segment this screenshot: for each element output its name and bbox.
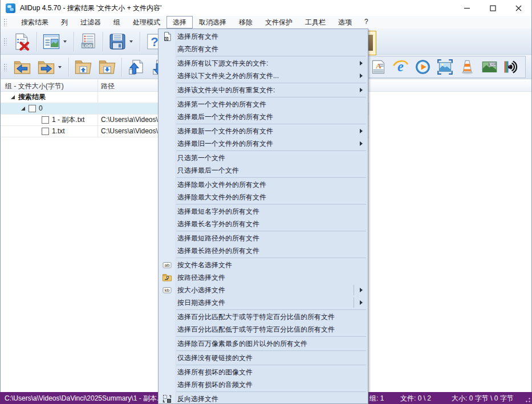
menu-separator bbox=[176, 83, 366, 83]
preview-mode-icon bbox=[42, 32, 60, 51]
menu-item-label: 选择第一个文件外的所有文件 bbox=[177, 100, 266, 109]
menubar-item-11[interactable]: ? bbox=[358, 16, 375, 28]
row-checkbox[interactable] bbox=[29, 105, 36, 112]
log-button[interactable]: LOG bbox=[78, 31, 99, 52]
tree-expander-icon[interactable] bbox=[11, 95, 15, 99]
menu-item[interactable]: 按日期选择文件 bbox=[159, 296, 368, 309]
preview-mode-button[interactable] bbox=[41, 31, 70, 52]
menu-item[interactable]: 选择最短名字外的所有文件 bbox=[159, 205, 368, 218]
media-player-button[interactable] bbox=[413, 58, 432, 76]
redo-folder-button[interactable] bbox=[36, 57, 64, 77]
menu-item[interactable]: 仅选择没有硬链接的文件 bbox=[159, 352, 368, 364]
row-checkbox[interactable] bbox=[42, 116, 49, 124]
menu-item-label: 选择最长名字外的所有文件 bbox=[177, 219, 259, 229]
column-header-path[interactable]: 路径 bbox=[101, 81, 115, 91]
close-button[interactable] bbox=[506, 0, 531, 16]
menu-item[interactable]: 选择所有文件 bbox=[159, 30, 368, 43]
menubar-grip[interactable] bbox=[3, 18, 7, 26]
svg-text:LOG: LOG bbox=[82, 43, 92, 48]
column-divider[interactable] bbox=[98, 79, 98, 92]
menu-item-label: 按日期选择文件 bbox=[177, 298, 225, 308]
menubar-item-7[interactable]: 移除 bbox=[233, 16, 259, 28]
menu-item[interactable]: 只选择最后一个文件 bbox=[159, 164, 368, 177]
close-search-results-icon bbox=[13, 32, 31, 51]
menubar-item-5[interactable]: 选择 bbox=[166, 16, 193, 28]
audio-analyze-button[interactable] bbox=[502, 58, 521, 76]
menu-item-label: 选择最短路径外的所有文件 bbox=[177, 234, 259, 243]
menu-item[interactable]: 反向选择文件 bbox=[159, 393, 368, 404]
folder-up-button[interactable] bbox=[73, 57, 94, 77]
maximize-button[interactable] bbox=[480, 0, 506, 16]
column-header-group-size[interactable]: 组 - 文件大小(字节) bbox=[5, 81, 64, 91]
menu-item[interactable]: kb 按大小选择文件 bbox=[159, 284, 368, 296]
menubar-item-9[interactable]: 工具栏 bbox=[299, 16, 332, 28]
menu-item[interactable]: 选择百分比匹配低于或等于特定百分比值的所有文件 bbox=[159, 323, 368, 336]
menu-item-label: 选择最旧一个文件外的所有文件 bbox=[177, 139, 273, 149]
vlc-button[interactable] bbox=[458, 58, 477, 76]
tree-expander-icon[interactable] bbox=[21, 107, 25, 111]
menu-item[interactable]: 按路径选择文件 bbox=[159, 271, 368, 284]
menubar-item-3[interactable]: 组 bbox=[107, 16, 127, 28]
menu-item[interactable]: 选择最短路径外的所有文件 bbox=[159, 232, 368, 244]
menu-separator bbox=[176, 391, 366, 392]
menu-item-label: 选择所有文件 bbox=[177, 32, 218, 42]
resize-grip[interactable] bbox=[524, 396, 531, 403]
menu-item[interactable]: 选择所有损坏的图像文件 bbox=[159, 366, 368, 378]
row-label: 搜索结果 bbox=[18, 92, 46, 103]
menu-item[interactable]: 选择除最大文件外的所有文件 bbox=[159, 191, 368, 203]
menu-item[interactable]: 只选第一个文件 bbox=[159, 152, 368, 164]
menubar-item-1[interactable]: 列 bbox=[55, 16, 74, 28]
dropdown-arrow-icon[interactable] bbox=[58, 66, 62, 68]
menu-item[interactable]: ab 按文件名选择文件 bbox=[159, 259, 368, 271]
svg-text:A: A bbox=[376, 62, 381, 70]
menu-item[interactable]: 选择除百万像素最多的图片以外的所有文件 bbox=[159, 337, 368, 350]
menu-item-label: 按大小选择文件 bbox=[177, 285, 225, 295]
menu-item-label: 选择最长路径外的所有文件 bbox=[177, 246, 259, 256]
minimize-button[interactable] bbox=[454, 0, 480, 16]
menu-item[interactable]: 选择最新一个文件外的所有文件 bbox=[159, 125, 368, 137]
toolbar-grip[interactable] bbox=[3, 38, 7, 46]
submenu-arrow-icon bbox=[360, 61, 363, 66]
menubar-item-2[interactable]: 过滤器 bbox=[74, 16, 107, 28]
menu-item[interactable]: 选择所有以下源文件夹的文件: bbox=[159, 57, 368, 70]
menu-separator bbox=[176, 231, 366, 231]
internet-explorer-button[interactable]: e bbox=[391, 58, 410, 76]
menubar-item-10[interactable]: 选项 bbox=[332, 16, 358, 28]
row-label: 1.txt bbox=[52, 126, 65, 137]
close-search-results-button[interactable] bbox=[12, 31, 33, 52]
menu-item[interactable]: 选择除最小文件外的所有文件 bbox=[159, 178, 368, 191]
menu-item[interactable]: 选择所有损坏的音频文件 bbox=[159, 378, 368, 391]
menu-item-label: 选择该文件夹中的所有重复文件: bbox=[177, 85, 275, 95]
menu-item[interactable]: 选择最长路径外的所有文件 bbox=[159, 244, 368, 257]
text-viewer-button[interactable]: A bbox=[369, 58, 388, 76]
menu-item[interactable]: 选择百分比匹配大于或等于特定百分比值的所有文件 bbox=[159, 311, 368, 323]
toolbar-separator bbox=[140, 32, 140, 51]
menu-item[interactable]: 选择最长名字外的所有文件 bbox=[159, 218, 368, 230]
menu-item[interactable]: 选择第一个文件外的所有文件 bbox=[159, 98, 368, 111]
row-checkbox[interactable] bbox=[42, 128, 49, 135]
file-up-button[interactable] bbox=[126, 57, 147, 77]
folder-up-icon bbox=[74, 58, 92, 76]
menu-item[interactable]: 选择该文件夹中的所有重复文件: bbox=[159, 84, 368, 96]
undo-folder-button[interactable] bbox=[12, 57, 33, 77]
menubar-item-0[interactable]: 搜索结果 bbox=[15, 16, 55, 28]
menubar-item-6[interactable]: 取消选择 bbox=[193, 16, 233, 28]
menubar: 搜索结果列过滤器组处理模式选择取消选择移除文件保护工具栏选项? bbox=[1, 16, 531, 28]
dropdown-arrow-icon[interactable] bbox=[129, 40, 133, 43]
exif-button[interactable]: EXIF bbox=[480, 58, 499, 76]
menu-item[interactable]: 选择最后一个文件外的所有文件 bbox=[159, 111, 368, 123]
status-size: 大小: 0 字节 \ 0 字节 bbox=[452, 394, 514, 403]
folder-down-button[interactable] bbox=[97, 57, 117, 77]
dropdown-arrow-icon[interactable] bbox=[63, 40, 67, 43]
menu-item[interactable]: 选择以下文件夹之外的所有文件... bbox=[159, 70, 368, 82]
menu-item-label: 选择所有损坏的图像文件 bbox=[177, 368, 253, 377]
row-label: 1 - 副本.txt bbox=[52, 115, 84, 125]
redo-folder-icon bbox=[37, 58, 55, 76]
menu-item[interactable]: 选择最旧一个文件外的所有文件 bbox=[159, 137, 368, 150]
menu-item[interactable]: 高亮所有文件 bbox=[159, 43, 368, 55]
menubar-item-4[interactable]: 处理模式 bbox=[127, 16, 166, 28]
menubar-item-8[interactable]: 文件保护 bbox=[259, 16, 299, 28]
image-preview-button[interactable] bbox=[436, 58, 454, 76]
save-button[interactable] bbox=[107, 31, 136, 52]
toolbar-grip-2[interactable] bbox=[3, 63, 7, 71]
